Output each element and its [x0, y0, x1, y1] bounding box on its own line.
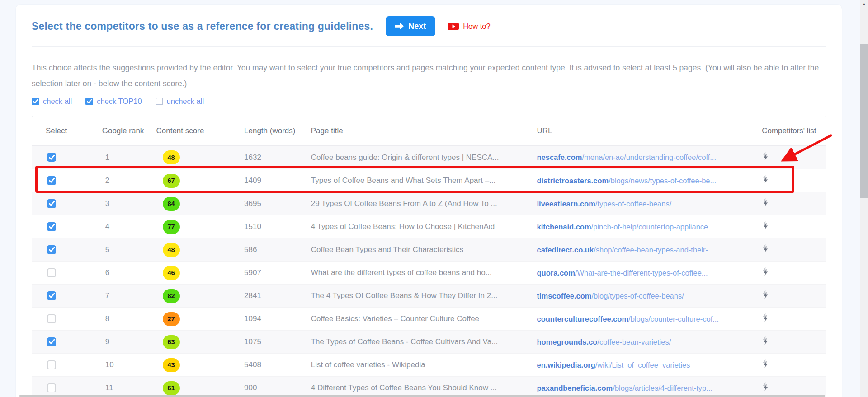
page-title-text: 29 Types Of Coffee Beans From A to Z (An… — [296, 192, 522, 215]
lightning-bolt-icon[interactable] — [762, 198, 769, 210]
row-select-checkbox[interactable] — [47, 222, 56, 231]
table-row: 11 61 900 4 Different Types of Coffee Be… — [32, 376, 826, 397]
content-score-badge: 82 — [163, 289, 180, 303]
header-length-words: Length (words) — [228, 116, 296, 146]
length-words-value: 3695 — [228, 192, 296, 215]
page-url-link[interactable]: en.wikipedia.org/wiki/List_of_coffee_var… — [522, 353, 748, 376]
table-row: 5 48 586 Coffee Bean Types and Their Cha… — [32, 238, 826, 261]
page-title-text: Coffee Basics: Varieties – Counter Cultu… — [296, 307, 522, 330]
page-title-text: What are the different types of coffee b… — [296, 261, 522, 284]
lightning-bolt-icon[interactable] — [762, 221, 769, 233]
header-select: Select — [32, 116, 93, 146]
lightning-bolt-icon[interactable] — [762, 267, 769, 279]
google-rank-value: 7 — [93, 284, 147, 307]
table-row: 9 63 1075 The Types of Coffee Beans - Co… — [32, 330, 826, 353]
page-url-link[interactable]: kitchenaid.com/pinch-of-help/countertop-… — [522, 215, 748, 238]
length-words-value: 5408 — [228, 353, 296, 376]
row-select-checkbox[interactable] — [47, 153, 56, 162]
page-title-text: List of coffee varieties - Wikipedia — [296, 353, 522, 376]
google-rank-value: 5 — [93, 238, 147, 261]
table-header-row: Select Google rank Content score Length … — [32, 116, 826, 146]
page-title-text: The Types of Coffee Beans - Coffee Culti… — [296, 330, 522, 353]
card-header: Select the competitors to use as a refer… — [32, 5, 826, 47]
google-rank-value: 1 — [93, 146, 147, 169]
page-url-link[interactable]: homegrounds.co/coffee-bean-varieties/ — [522, 330, 748, 353]
check-top10-label: check TOP10 — [97, 97, 142, 106]
horizontal-scrollbar[interactable] — [19, 395, 825, 397]
row-select-checkbox[interactable] — [47, 245, 56, 254]
google-rank-value: 8 — [93, 307, 147, 330]
next-button-label: Next — [408, 22, 426, 31]
content-score-badge: 48 — [163, 150, 180, 164]
length-words-value: 900 — [228, 376, 296, 397]
row-select-checkbox[interactable] — [47, 337, 56, 346]
lightning-bolt-icon[interactable] — [762, 313, 769, 325]
page-title-text: Coffee Bean Types and Their Characterist… — [296, 238, 522, 261]
header-url: URL — [522, 116, 748, 146]
table-row: 1 48 1632 Coffee beans guide: Origin & d… — [32, 146, 826, 169]
lightning-bolt-icon[interactable] — [762, 244, 769, 256]
page-url-link[interactable]: timscoffee.com/blog/types-of-coffee-bean… — [522, 284, 748, 307]
content-score-badge: 77 — [163, 220, 180, 234]
lightning-bolt-icon[interactable] — [762, 382, 769, 394]
competitors-table: Select Google rank Content score Length … — [32, 116, 826, 397]
content-score-badge: 48 — [163, 243, 180, 257]
page-title-text: The 4 Types Of Coffee Beans & How They D… — [296, 284, 522, 307]
length-words-value: 1510 — [228, 215, 296, 238]
table-row: 10 43 5408 List of coffee varieties - Wi… — [32, 353, 826, 376]
header-google-rank: Google rank — [93, 116, 147, 146]
row-select-checkbox[interactable] — [47, 176, 56, 185]
check-top10-checkbox[interactable]: check TOP10 — [85, 97, 142, 106]
length-words-value: 2841 — [228, 284, 296, 307]
row-select-checkbox[interactable] — [47, 383, 56, 392]
lightning-bolt-icon[interactable] — [762, 152, 769, 163]
length-words-value: 1632 — [228, 146, 296, 169]
content-score-badge: 27 — [163, 312, 180, 326]
table-row: 4 77 1510 4 Types of Coffee Beans: How t… — [32, 215, 826, 238]
content-score-badge: 84 — [163, 197, 180, 211]
content-card: Select the competitors to use as a refer… — [16, 5, 842, 397]
lightning-bolt-icon[interactable] — [762, 290, 769, 302]
header-competitors-list: Competitors' list — [748, 116, 826, 146]
lightning-bolt-icon[interactable] — [762, 336, 769, 348]
uncheck-all-checkbox[interactable]: uncheck all — [156, 97, 204, 106]
page-url-link[interactable]: nescafe.com/mena/en-ae/understanding-cof… — [522, 146, 748, 169]
content-score-badge: 63 — [163, 335, 180, 349]
vertical-scrollbar[interactable]: ▲ — [860, 0, 868, 397]
page-title-text: 4 Types of Coffee Beans: How to Choose |… — [296, 215, 522, 238]
page-title: Select the competitors to use as a refer… — [32, 20, 373, 33]
youtube-icon — [448, 23, 459, 30]
row-select-checkbox[interactable] — [47, 291, 56, 300]
google-rank-value: 10 — [93, 353, 147, 376]
row-select-checkbox[interactable] — [47, 314, 56, 323]
page-title-text: Types of Coffee Beans and What Sets Them… — [296, 169, 522, 192]
page-url-link[interactable]: cafedirect.co.uk/shop/coffee-bean-types-… — [522, 238, 748, 261]
filter-row: check all check TOP10 uncheck all — [32, 97, 826, 106]
header-page-title: Page title — [296, 116, 522, 146]
page-title-text: Coffee beans guide: Origin & different t… — [296, 146, 522, 169]
length-words-value: 1409 — [228, 169, 296, 192]
scroll-up-arrow-icon[interactable]: ▲ — [860, 0, 868, 8]
scrollbar-thumb[interactable] — [860, 44, 868, 198]
page-url-link[interactable]: districtroasters.com/blogs/news/types-of… — [522, 169, 748, 192]
row-select-checkbox[interactable] — [47, 360, 56, 369]
next-button[interactable]: Next — [386, 16, 435, 36]
page-url-link[interactable]: quora.com/What-are-the-different-types-o… — [522, 261, 748, 284]
uncheck-all-label: uncheck all — [167, 97, 204, 106]
page-url-link[interactable]: liveeatlearn.com/types-of-coffee-beans/ — [522, 192, 748, 215]
length-words-value: 1075 — [228, 330, 296, 353]
content-score-badge: 67 — [163, 174, 180, 188]
lightning-bolt-icon[interactable] — [762, 359, 769, 371]
row-select-checkbox[interactable] — [47, 268, 56, 277]
table-row: 7 82 2841 The 4 Types Of Coffee Beans & … — [32, 284, 826, 307]
table-row: 6 46 5907 What are the different types o… — [32, 261, 826, 284]
page-url-link[interactable]: counterculturecoffee.com/blogs/counter-c… — [522, 307, 748, 330]
row-select-checkbox[interactable] — [47, 199, 56, 208]
lightning-bolt-icon[interactable] — [762, 175, 769, 187]
google-rank-value: 4 — [93, 215, 147, 238]
check-all-checkbox[interactable]: check all — [32, 97, 72, 106]
how-to-link[interactable]: How to? — [448, 22, 491, 31]
arrow-right-icon — [395, 23, 404, 30]
content-score-badge: 61 — [163, 381, 180, 395]
page-url-link[interactable]: paxandbeneficia.com/blogs/articles/4-dif… — [522, 376, 748, 397]
